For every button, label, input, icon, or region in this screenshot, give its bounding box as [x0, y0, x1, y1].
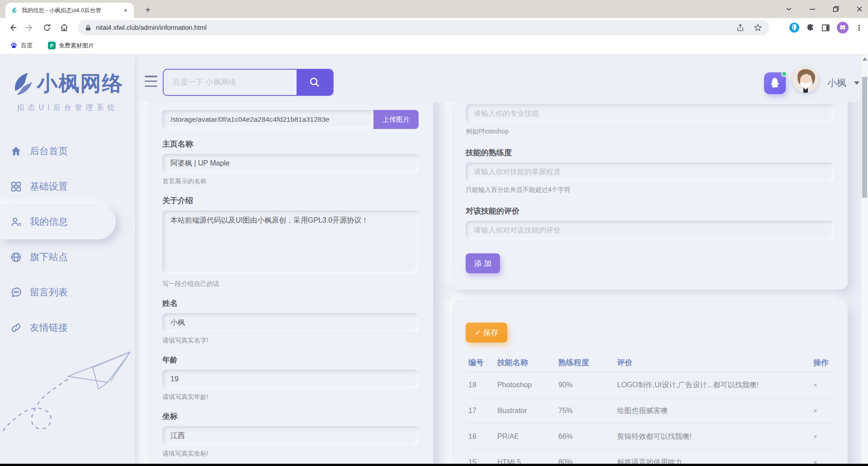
link-icon: [10, 322, 22, 334]
check-icon: ✓: [475, 328, 481, 338]
save-button[interactable]: ✓ 保存: [466, 323, 507, 342]
search-icon: [308, 76, 321, 89]
forward-icon[interactable]: [25, 23, 34, 32]
field-helper: 首页展示的名称: [162, 177, 419, 185]
table-row: 17Illustrator75%绘图也很腻害噢×: [466, 398, 834, 424]
sidebar-item-友情链接[interactable]: 友情链接: [0, 310, 135, 345]
cell-proficiency: 90%: [558, 381, 617, 389]
back-icon[interactable]: [8, 23, 17, 32]
bookmark-百度[interactable]: 百度: [10, 42, 33, 50]
notification-qq-button[interactable]: [764, 72, 786, 94]
page-scrollbar[interactable]: [861, 54, 868, 466]
bookmarks-bar: 百度P免费素材图片: [0, 37, 868, 54]
bookmark-免费素材图片[interactable]: P免费素材图片: [48, 42, 94, 50]
table-header-cell: 技能名称: [497, 357, 558, 368]
delete-row-icon[interactable]: ×: [813, 407, 817, 414]
url-text: nitai4.xfwl.club/admin/information.html: [96, 24, 736, 31]
scrollbar-thumb[interactable]: [862, 77, 867, 198]
url-bar[interactable]: nitai4.xfwl.club/admin/information.html: [78, 20, 769, 35]
sidebar-item-旗下站点[interactable]: 旗下站点: [0, 239, 135, 275]
field-label: 关于介绍: [162, 195, 419, 206]
evaluation-input[interactable]: [466, 221, 834, 240]
field-helper: 请填写真实年龄!: [162, 393, 419, 401]
sidebar-item-label: 我的信息: [30, 215, 68, 228]
cell-skill: Illustrator: [497, 407, 558, 415]
search-button[interactable]: [297, 70, 333, 95]
logo-leaf-icon: [12, 71, 33, 96]
username[interactable]: 小枫: [827, 76, 846, 89]
field-helper: 请填写真实坐标!: [162, 450, 419, 458]
proficiency-input[interactable]: [466, 162, 834, 181]
skill-name-input[interactable]: [466, 104, 834, 123]
window-close-icon[interactable]: [855, 5, 863, 13]
tab-favicon-leaf-icon: [11, 7, 18, 14]
hamburger-menu-icon[interactable]: [145, 76, 157, 87]
side-panel-icon[interactable]: [821, 24, 830, 32]
content: 上传图片 主页名称首页展示的名称关于介绍写一段介绍自己的话姓名请填写真实名字!年…: [136, 102, 861, 466]
search-input[interactable]: [164, 70, 297, 95]
proficiency-helper: 只能输入百分比并且不能超过4个字符: [466, 186, 834, 194]
sidebar-item-label: 留言列表: [30, 286, 68, 299]
search-bar: [163, 69, 334, 96]
delete-row-icon[interactable]: ×: [813, 433, 817, 440]
table-header-cell: 编号: [466, 357, 497, 368]
sidebar: 小枫网络 拟态UI后台管理系统 后台首页基础设置我的信息旗下站点留言列表友情链接: [0, 54, 136, 466]
skills-table: 编号技能名称熟练程度评价操作 18Photoshop90%LOGO制作,UI设计…: [466, 353, 834, 466]
table-row: 16PR/AE66%剪辑特效都可以找我噢!×: [466, 424, 834, 450]
cell-skill: Photoshop: [497, 381, 558, 389]
add-skill-button[interactable]: 添 加: [466, 253, 500, 273]
cell-id: 16: [466, 433, 497, 441]
browser-profile-avatar[interactable]: [837, 22, 849, 33]
window-chevron-icon[interactable]: [785, 5, 793, 13]
cell-evaluation: 剪辑特效都可以找我噢!: [617, 432, 807, 442]
new-tab-button[interactable]: +: [141, 4, 155, 16]
baidu-paw-icon: [10, 42, 18, 49]
tab-close-icon[interactable]: ×: [122, 7, 129, 14]
cell-proficiency: 66%: [558, 433, 617, 441]
field-textarea[interactable]: [162, 210, 419, 274]
upload-image-button[interactable]: 上传图片: [373, 110, 419, 129]
field-input[interactable]: [162, 154, 419, 173]
table-header-row: 编号技能名称熟练程度评价操作: [466, 353, 834, 372]
share-icon[interactable]: [736, 24, 745, 32]
table-header-cell: 熟练程度: [558, 357, 617, 368]
scrollbar-up-arrow-icon[interactable]: [863, 57, 867, 61]
reload-icon[interactable]: [42, 23, 52, 32]
field-helper: 写一段介绍自己的话: [162, 280, 419, 288]
cell-evaluation: LOGO制作,UI设计,广告设计...都可以找我噢!: [617, 380, 807, 390]
sidebar-item-留言列表[interactable]: 留言列表: [0, 275, 135, 310]
avatar-path-input[interactable]: [162, 110, 373, 129]
browser-tab[interactable]: 我的信息 - 小枫拟态ui4.0后台管 ×: [5, 3, 134, 18]
extensions-puzzle-icon[interactable]: [806, 24, 815, 32]
delete-row-icon[interactable]: ×: [813, 381, 817, 389]
user-icon: [10, 216, 22, 228]
field-input[interactable]: [162, 313, 419, 332]
globe-icon: [10, 251, 22, 263]
extension-penguin-icon[interactable]: [789, 23, 799, 33]
home-icon: [10, 145, 22, 157]
field-input[interactable]: [162, 370, 419, 389]
field-label: 坐标: [162, 411, 419, 422]
user-dropdown-caret-icon[interactable]: [854, 81, 859, 85]
user-avatar[interactable]: [793, 67, 819, 93]
skills-table-card: ✓ 保存 编号技能名称熟练程度评价操作 18Photoshop90%LOGO制作…: [452, 300, 848, 466]
sidebar-item-label: 后台首页: [30, 145, 68, 157]
field-label: 主页名称: [162, 139, 419, 149]
sidebar-item-我的信息[interactable]: 我的信息: [0, 204, 116, 239]
window-restore-icon[interactable]: [832, 5, 840, 13]
bookmark-star-icon[interactable]: [754, 24, 762, 32]
paper-plane-decoration: [0, 348, 136, 466]
browser-menu-dots-icon[interactable]: ⋮: [855, 24, 863, 32]
admin-page: 小枫网络 拟态UI后台管理系统 后台首页基础设置我的信息旗下站点留言列表友情链接: [0, 54, 868, 466]
sidebar-item-基础设置[interactable]: 基础设置: [0, 169, 135, 204]
home-nav-icon[interactable]: [60, 23, 69, 32]
table-header-cell: 操作: [807, 357, 834, 368]
logo-title: 小枫网络: [37, 70, 124, 98]
sidebar-item-后台首页[interactable]: 后台首页: [0, 133, 135, 169]
window-minimize-icon[interactable]: [808, 5, 816, 13]
field-input[interactable]: [162, 426, 419, 445]
screen-bottom-edge: [0, 464, 868, 466]
sidebar-item-label: 基础设置: [30, 180, 68, 193]
cell-skill: PR/AE: [497, 433, 558, 441]
lock-icon: [85, 24, 91, 31]
